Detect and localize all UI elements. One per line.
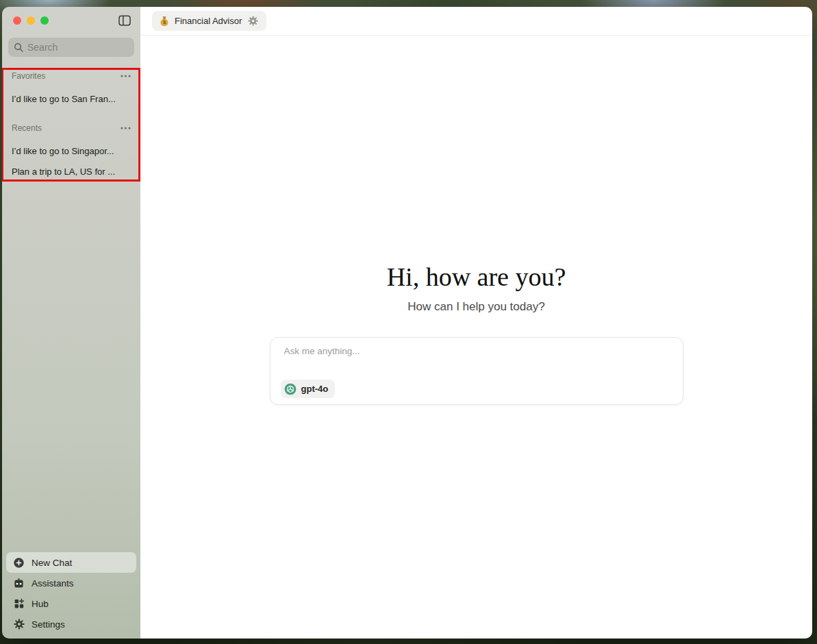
hub-button[interactable]: Hub [6, 593, 136, 614]
assistant-settings-button[interactable] [247, 14, 260, 27]
nav-label: Settings [32, 619, 65, 630]
greeting-subtitle: How can I help you today? [140, 300, 812, 314]
recents-menu-button[interactable] [119, 125, 132, 131]
message-composer[interactable]: gpt-4o [270, 337, 683, 405]
search-input[interactable] [27, 42, 131, 53]
gear-icon [13, 619, 25, 630]
sidebar: Favorites I’d like to go to San Fran... … [2, 7, 140, 639]
hero: Hi, how are you? How can I help you toda… [140, 261, 812, 314]
zoom-window-button[interactable] [40, 16, 49, 25]
sidebar-header [2, 7, 140, 34]
main-panel: $ Financial Advisor [140, 7, 812, 639]
recents-header: Recents [2, 120, 140, 136]
model-selector[interactable]: gpt-4o [281, 380, 336, 398]
search-icon [14, 42, 24, 53]
tab-bar: $ Financial Advisor [140, 7, 812, 36]
new-chat-button[interactable]: New Chat [6, 552, 136, 573]
greeting-title: Hi, how are you? [140, 261, 812, 294]
nav-label: Assistants [32, 578, 74, 589]
desktop-wallpaper: { "colors": { "annotation_red": "#e11414… [0, 0, 817, 644]
chat-item[interactable]: I’d like to go to Singapor... [2, 141, 140, 160]
ellipsis-icon [121, 75, 131, 77]
message-input[interactable] [284, 346, 668, 372]
settings-button[interactable]: Settings [6, 614, 136, 634]
search-field[interactable] [8, 38, 134, 57]
app-window: Favorites I’d like to go to San Fran... … [2, 7, 812, 639]
toggle-sidebar-button[interactable] [117, 14, 132, 27]
gear-icon [248, 16, 258, 26]
ellipsis-icon [121, 127, 131, 129]
money-bag-icon: $ [159, 16, 170, 27]
traffic-lights [13, 16, 49, 25]
tab-financial-advisor[interactable]: $ Financial Advisor [152, 11, 266, 31]
plus-circle-icon [13, 557, 25, 569]
assistants-button[interactable]: Assistants [6, 573, 136, 593]
chat-lists: Favorites I’d like to go to San Fran... … [2, 68, 140, 181]
sidebar-nav: New Chat Assistants [2, 552, 140, 639]
chat-item[interactable]: I’d like to go to San Fran... [2, 89, 140, 108]
openai-icon [284, 383, 297, 395]
chat-item[interactable]: Plan a trip to LA, US for ... [2, 162, 140, 181]
sidebar-spacer [2, 181, 140, 552]
recents-label: Recents [12, 123, 42, 133]
close-window-button[interactable] [13, 16, 21, 25]
favorites-label: Favorites [12, 71, 45, 81]
chat-empty-state: Hi, how are you? How can I help you toda… [140, 36, 812, 639]
tab-label: Financial Advisor [175, 16, 242, 26]
assistant-robot-icon [13, 578, 25, 589]
favorites-section: Favorites I’d like to go to San Fran... [2, 68, 140, 108]
sidebar-toggle-icon [118, 15, 131, 26]
favorites-menu-button[interactable] [119, 73, 132, 79]
nav-label: New Chat [32, 558, 72, 568]
nav-label: Hub [32, 599, 49, 609]
grid-plus-icon [13, 598, 25, 609]
model-name: gpt-4o [301, 384, 329, 394]
favorites-header: Favorites [2, 68, 140, 84]
minimize-window-button[interactable] [27, 16, 35, 25]
recents-section: Recents I’d like to go to Singapor... Pl… [2, 120, 140, 181]
